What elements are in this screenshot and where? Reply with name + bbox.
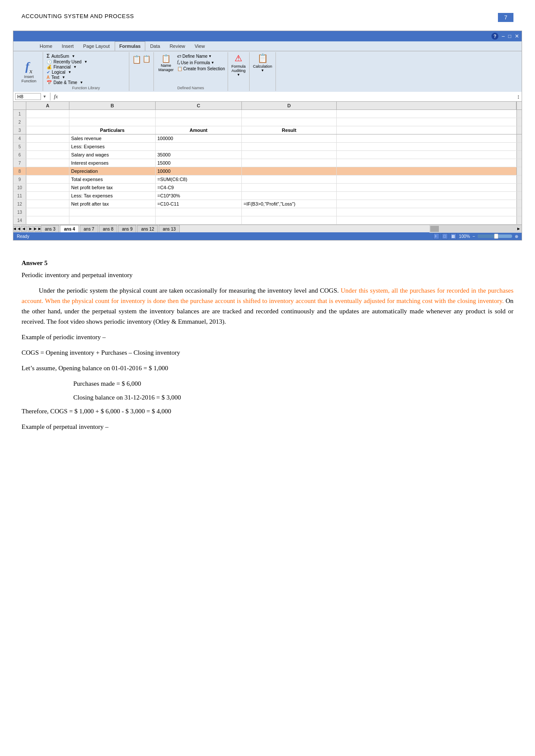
cell-3d[interactable]: Result bbox=[242, 126, 337, 134]
sheet-nav-first[interactable]: ◄◄ bbox=[14, 226, 20, 232]
cell-14c[interactable] bbox=[156, 216, 242, 224]
scroll-right-btn[interactable]: ► bbox=[516, 225, 522, 233]
cell-7c[interactable]: 15000 bbox=[156, 159, 242, 167]
cell-1c[interactable] bbox=[156, 110, 242, 118]
tab-view[interactable]: View bbox=[190, 41, 210, 51]
help-button[interactable]: ? bbox=[491, 33, 498, 40]
cell-13b[interactable] bbox=[69, 208, 156, 216]
cell-8c[interactable]: 10000 bbox=[156, 167, 242, 175]
sheet-tab-ans3[interactable]: ans 3 bbox=[41, 225, 59, 232]
name-box[interactable]: H8 bbox=[15, 93, 41, 100]
date-time-button[interactable]: 📅 Date & Time ▼ bbox=[46, 80, 126, 85]
cell-10a[interactable] bbox=[26, 184, 69, 191]
cell-2a[interactable] bbox=[26, 118, 69, 126]
cell-6a[interactable] bbox=[26, 151, 69, 159]
autosum-button[interactable]: Σ AutoSum ▼ bbox=[46, 53, 126, 59]
math-functions-button[interactable]: 📋 bbox=[142, 55, 151, 64]
cell-10d[interactable] bbox=[242, 184, 337, 191]
financial-button[interactable]: 💰 Financial ▼ bbox=[46, 65, 126, 69]
cell-11d[interactable] bbox=[242, 192, 337, 200]
cell-4b[interactable]: Sales revenue bbox=[69, 134, 156, 142]
tab-review[interactable]: Review bbox=[165, 41, 190, 51]
cell-7a[interactable] bbox=[26, 159, 69, 167]
cell-7b[interactable]: Interest expenses bbox=[69, 159, 156, 167]
calculation-dropdown[interactable]: ▼ bbox=[261, 69, 264, 72]
cell-5c[interactable] bbox=[156, 143, 242, 150]
zoom-slider[interactable] bbox=[478, 234, 512, 238]
logical-button[interactable]: ✔ Logical ▼ bbox=[46, 70, 126, 75]
insert-function-button[interactable]: fx InsertFunction bbox=[18, 59, 40, 84]
formula-auditing-dropdown[interactable]: ▼ bbox=[237, 73, 240, 77]
restore-button[interactable]: □ bbox=[508, 33, 511, 39]
formula-auditing-button[interactable]: ⚠ FormulaAuditing ▼ bbox=[232, 53, 246, 77]
zoom-out-btn[interactable]: − bbox=[472, 234, 475, 239]
formula-bar-scroll-btn[interactable]: ↕ bbox=[517, 93, 520, 100]
cell-13a[interactable] bbox=[26, 208, 69, 216]
cell-12b[interactable]: Net profit after tax bbox=[69, 200, 156, 208]
cell-4d[interactable] bbox=[242, 134, 337, 142]
define-name-dropdown[interactable]: ▼ bbox=[208, 54, 212, 58]
cell-13d[interactable] bbox=[242, 208, 337, 216]
cell-13c[interactable] bbox=[156, 208, 242, 216]
tab-formulas[interactable]: Formulas bbox=[115, 41, 146, 51]
cell-9b[interactable]: Total expenses bbox=[69, 175, 156, 183]
recently-used-button[interactable]: 🕓 Recently Used ▼ bbox=[46, 59, 126, 64]
horizontal-scrollbar[interactable] bbox=[429, 225, 516, 233]
sheet-tab-ans13[interactable]: ans 13 bbox=[159, 225, 179, 232]
sheet-nav-prev[interactable]: ◄ bbox=[21, 226, 27, 232]
sheet-tab-ans4[interactable]: ans 4 bbox=[60, 225, 79, 232]
sheet-tab-ans8[interactable]: ans 8 bbox=[99, 225, 117, 232]
cell-12a[interactable] bbox=[26, 200, 69, 208]
cell-14d[interactable] bbox=[242, 216, 337, 224]
cell-8a[interactable] bbox=[26, 167, 69, 175]
scrollbar-area[interactable] bbox=[516, 110, 522, 118]
calculation-button[interactable]: 📋 Calculation ▼ bbox=[253, 53, 272, 72]
cell-12c[interactable]: =C10-C11 bbox=[156, 200, 242, 208]
cell-5b[interactable]: Less: Expenses bbox=[69, 143, 156, 150]
text-button[interactable]: A Text ▼ bbox=[46, 75, 126, 80]
page-layout-view-btn[interactable]: □ bbox=[442, 233, 448, 239]
close-button[interactable]: ✕ bbox=[515, 33, 519, 39]
logical-dropdown[interactable]: ▼ bbox=[68, 70, 72, 74]
cell-2c[interactable] bbox=[156, 118, 242, 126]
cell-14a[interactable] bbox=[26, 216, 69, 224]
cell-1b[interactable] bbox=[69, 110, 156, 118]
zoom-in-btn[interactable]: ⊕ bbox=[515, 234, 518, 239]
cell-8b[interactable]: Depreciation bbox=[69, 167, 156, 175]
tab-page-layout[interactable]: Page Layout bbox=[78, 41, 115, 51]
cell-11a[interactable] bbox=[26, 192, 69, 200]
cell-10c[interactable]: =C4-C9 bbox=[156, 184, 242, 191]
minimize-button[interactable]: – bbox=[502, 33, 505, 39]
tab-insert[interactable]: Insert bbox=[57, 41, 78, 51]
cell-6c[interactable]: 35000 bbox=[156, 151, 242, 159]
text-dropdown[interactable]: ▼ bbox=[62, 75, 66, 79]
cell-11c[interactable]: =C10*30% bbox=[156, 192, 242, 200]
page-break-view-btn[interactable]: ▦ bbox=[451, 233, 457, 239]
cell-9c[interactable]: =SUM(C6:C8) bbox=[156, 175, 242, 183]
cell-11b[interactable]: Less: Tax expenses bbox=[69, 192, 156, 200]
cell-8d[interactable] bbox=[242, 167, 337, 175]
sheet-tab-ans9[interactable]: ans 9 bbox=[118, 225, 136, 232]
define-name-button[interactable]: 🏷 Define Name ▼ bbox=[177, 54, 225, 59]
normal-view-btn[interactable]: ⊦ bbox=[433, 233, 439, 239]
autosum-dropdown[interactable]: ▼ bbox=[72, 54, 75, 58]
cell-1a[interactable] bbox=[26, 110, 69, 118]
date-time-dropdown[interactable]: ▼ bbox=[80, 81, 83, 84]
name-box-dropdown[interactable]: ▼ bbox=[43, 94, 47, 99]
cell-9d[interactable] bbox=[242, 175, 337, 183]
cell-7d[interactable] bbox=[242, 159, 337, 167]
more-functions-button[interactable]: 📋 bbox=[132, 55, 141, 64]
cell-4c[interactable]: 100000 bbox=[156, 134, 242, 142]
use-in-formula-dropdown[interactable]: ▼ bbox=[211, 61, 214, 65]
sheet-nav-last[interactable]: ►► bbox=[34, 226, 41, 232]
name-manager-button[interactable]: 📋 NameManager bbox=[156, 53, 175, 73]
cell-3a[interactable] bbox=[26, 126, 69, 134]
cell-1d[interactable] bbox=[242, 110, 337, 118]
use-in-formula-button[interactable]: fx Use in Formula ▼ bbox=[177, 59, 225, 66]
cell-10b[interactable]: Net profit before tax bbox=[69, 184, 156, 191]
cell-5a[interactable] bbox=[26, 143, 69, 150]
cell-6d[interactable] bbox=[242, 151, 337, 159]
sheet-tab-ans7[interactable]: ans 7 bbox=[80, 225, 98, 232]
cell-6b[interactable]: Salary and wages bbox=[69, 151, 156, 159]
financial-dropdown[interactable]: ▼ bbox=[73, 65, 77, 69]
